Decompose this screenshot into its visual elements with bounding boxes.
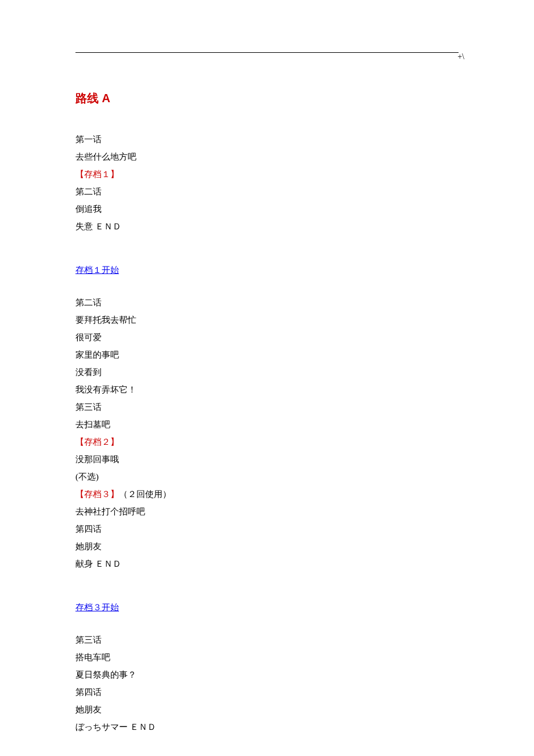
route-title: 路线 A — [75, 88, 459, 109]
save-link-heading[interactable]: 存档１开始 — [75, 262, 119, 278]
save-link-heading[interactable]: 存档３开始 — [75, 600, 119, 615]
sections-container: 第一话去些什么地方吧【存档１】第二话倒追我失意 ＥＮＤ存档１开始第二话要拜托我去… — [75, 132, 459, 756]
walkthrough-line: (不选) — [75, 469, 459, 485]
save-suffix: （２回使用） — [119, 489, 171, 499]
walkthrough-line: 很可爱 — [75, 330, 459, 345]
walkthrough-block: 第三话搭电车吧夏日祭典的事？第四话她朋友ぼっちサマー ＥＮＤ — [75, 632, 459, 735]
walkthrough-line: 我没有弄坏它！ — [75, 382, 459, 398]
walkthrough-line: 第三话 — [75, 399, 459, 415]
walkthrough-line: 第二话 — [75, 184, 459, 200]
walkthrough-block: 第一话去些什么地方吧【存档１】第二话倒追我失意 ＥＮＤ — [75, 132, 459, 235]
walkthrough-line: 没那回事哦 — [75, 452, 459, 467]
document-page: +\ 路线 A 第一话去些什么地方吧【存档１】第二话倒追我失意 ＥＮＤ存档１开始… — [0, 0, 534, 756]
walkthrough-line: 第四话 — [75, 685, 459, 700]
walkthrough-block: 第二话要拜托我去帮忙很可爱家里的事吧没看到我没有弄坏它！第三话去扫墓吧【存档２】… — [75, 295, 459, 572]
walkthrough-line: 搭电车吧 — [75, 650, 459, 665]
save-marker: 【存档２】 — [75, 434, 459, 450]
header-divider — [75, 52, 459, 53]
save-marker: 【存档３】 — [75, 489, 119, 499]
walkthrough-line: ぼっちサマー ＥＮＤ — [75, 719, 459, 735]
walkthrough-line: 家里的事吧 — [75, 347, 459, 363]
walkthrough-line: 去扫墓吧 — [75, 417, 459, 433]
walkthrough-line: 献身 ＥＮＤ — [75, 556, 459, 572]
walkthrough-line: 第二话 — [75, 295, 459, 311]
walkthrough-line: 倒追我 — [75, 201, 459, 217]
header-mark: +\ — [457, 49, 464, 64]
walkthrough-line: 失意 ＥＮＤ — [75, 219, 459, 235]
walkthrough-line: 要拜托我去帮忙 — [75, 312, 459, 328]
walkthrough-line: 第一话 — [75, 132, 459, 147]
walkthrough-line: 没看到 — [75, 365, 459, 380]
walkthrough-line: 去些什么地方吧 — [75, 149, 459, 165]
walkthrough-line: 第四话 — [75, 521, 459, 537]
walkthrough-line: 【存档３】（２回使用） — [75, 487, 459, 502]
walkthrough-line: 夏日祭典的事？ — [75, 667, 459, 683]
walkthrough-line: 她朋友 — [75, 539, 459, 555]
walkthrough-line: 去神社打个招呼吧 — [75, 504, 459, 520]
save-marker: 【存档１】 — [75, 167, 459, 182]
walkthrough-line: 第三话 — [75, 632, 459, 648]
walkthrough-line: 她朋友 — [75, 702, 459, 718]
